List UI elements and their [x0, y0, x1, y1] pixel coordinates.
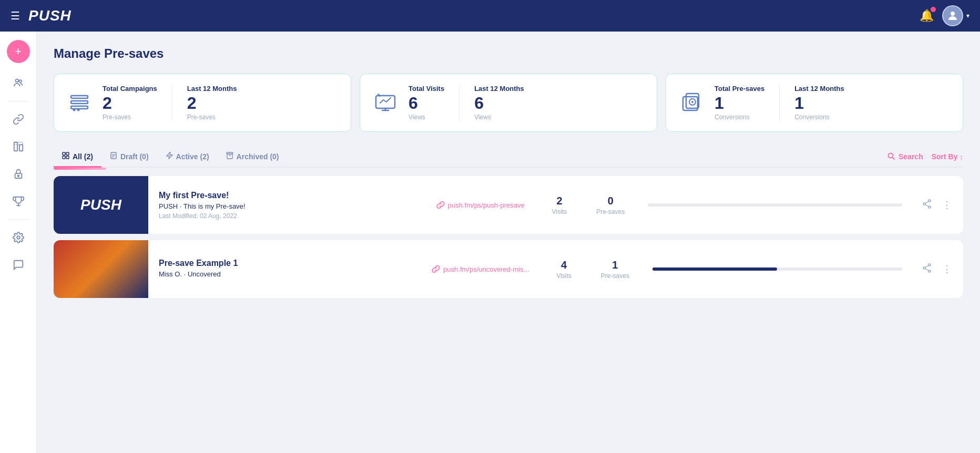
presaves-icon: [679, 85, 704, 121]
svg-rect-22: [66, 152, 69, 155]
more-options-button[interactable]: ⋮: [939, 260, 955, 278]
campaigns-12m-label: Last 12 Months: [187, 85, 237, 92]
sidebar-item-lock[interactable]: [7, 162, 30, 186]
campaign-item: PUSH My first Pre-save! PUSH · This is m…: [54, 176, 963, 234]
campaign-presaves-num: 1: [601, 259, 629, 271]
search-button[interactable]: Search: [887, 152, 923, 162]
tab-draft[interactable]: Draft (0): [101, 147, 157, 168]
presaves-12m-sub: Conversions: [794, 114, 844, 121]
campaigns-icon: [67, 85, 92, 121]
sidebar-item-audience[interactable]: [7, 71, 30, 95]
campaign-actions: ⋮: [911, 260, 963, 279]
avatar: [942, 5, 963, 26]
sidebar-item-analytics[interactable]: [7, 135, 30, 158]
page-title: Manage Pre-saves: [54, 46, 963, 61]
campaign-info: Pre-save Example 1 Miss O. · Uncovered: [148, 250, 419, 289]
svg-rect-6: [15, 173, 22, 178]
logo: PUSH: [28, 7, 72, 24]
add-button[interactable]: +: [7, 40, 30, 63]
campaign-presaves-num: 0: [596, 195, 625, 207]
stats-card-presaves: Total Pre-saves 1 Conversions Last 12 Mo…: [666, 74, 963, 132]
archive-icon: [226, 152, 233, 161]
stats-card-visits: Total Visits 6 Views Last 12 Months 6 Vi…: [360, 74, 657, 132]
campaign-progress-bar-bg: [648, 203, 902, 207]
visits-12m-number: 6: [474, 95, 524, 111]
svg-rect-24: [66, 156, 69, 159]
campaigns-12m-sub: Pre-saves: [187, 114, 237, 121]
grid-icon: [62, 152, 69, 161]
sidebar-divider-2: [8, 219, 29, 220]
campaign-visits-num: 2: [552, 195, 567, 207]
svg-rect-23: [63, 156, 65, 159]
svg-point-2: [19, 80, 22, 83]
svg-point-8: [17, 236, 20, 239]
campaign-name[interactable]: My first Pre-save!: [159, 191, 413, 200]
tab-active-indicator: [54, 168, 106, 170]
campaign-link-text: push.fm/ps/uncovered-mis...: [443, 265, 529, 273]
campaign-presaves-stat: 0 Pre-saves: [581, 195, 639, 215]
search-label: Search: [899, 152, 923, 161]
sidebar-item-chat[interactable]: [7, 253, 30, 276]
visits-total-label: Total Visits: [409, 85, 444, 92]
campaign-presaves-stat: 1 Pre-saves: [586, 259, 644, 280]
search-icon: [887, 152, 895, 162]
campaign-progress-bar-col: [639, 203, 911, 207]
svg-point-13: [77, 108, 80, 111]
bolt-icon: [166, 152, 173, 161]
stats-card-campaigns: Total Campaigns 2 Pre-saves Last 12 Mont…: [54, 74, 351, 132]
svg-rect-14: [376, 96, 395, 108]
share-button[interactable]: [919, 260, 935, 279]
sidebar-item-trophy[interactable]: [7, 190, 30, 213]
tab-archived-label: Archived (0): [237, 152, 279, 161]
tab-active[interactable]: Active (2): [157, 147, 218, 168]
sort-button[interactable]: Sort By ↕: [932, 152, 963, 161]
presaves-12m-number: 1: [794, 95, 844, 111]
svg-point-0: [951, 12, 955, 16]
visits-total-number: 6: [409, 95, 444, 111]
campaign-visits-label: Visits: [556, 272, 571, 280]
campaigns-12m-number: 2: [187, 95, 237, 111]
campaign-description: PUSH · This is my Pre-save!: [159, 202, 413, 210]
tab-all-label: All (2): [73, 152, 93, 161]
svg-rect-3: [14, 142, 17, 151]
sidebar-item-links[interactable]: [7, 108, 30, 131]
campaign-visits-stat: 4 Visits: [542, 259, 586, 280]
presaves-12m-label: Last 12 Months: [794, 85, 844, 92]
presaves-total-label: Total Pre-saves: [714, 85, 764, 92]
campaign-presaves-label: Pre-saves: [601, 272, 629, 280]
svg-line-37: [925, 201, 928, 203]
tab-draft-label: Draft (0): [120, 152, 149, 161]
svg-rect-5: [14, 142, 23, 145]
share-button[interactable]: [919, 196, 935, 214]
campaign-link-text: push.fm/ps/push-presave: [448, 201, 525, 209]
user-avatar-menu[interactable]: ▾: [942, 5, 969, 26]
campaigns-total-number: 2: [103, 95, 157, 111]
campaign-item: Pre-save Example 1 Miss O. · Uncovered p…: [54, 240, 963, 298]
sidebar-item-settings[interactable]: [7, 226, 30, 249]
campaign-progress-bar-col: [644, 267, 911, 271]
main-content: Manage Pre-saves Total Campaigns: [37, 32, 980, 453]
campaign-link[interactable]: push.fm/ps/uncovered-mis...: [419, 265, 542, 273]
campaign-thumbnail: [54, 240, 148, 298]
campaign-visits-label: Visits: [552, 208, 567, 215]
svg-point-40: [928, 270, 931, 272]
sort-label: Sort By: [932, 152, 958, 161]
tab-active-label: Active (2): [176, 152, 209, 161]
tab-indicator-row: [54, 168, 963, 170]
campaign-link[interactable]: push.fm/ps/push-presave: [424, 201, 537, 209]
more-options-button[interactable]: ⋮: [939, 196, 955, 214]
svg-point-39: [928, 264, 931, 266]
tab-archived[interactable]: Archived (0): [218, 147, 288, 168]
campaign-presaves-label: Pre-saves: [596, 208, 625, 215]
visits-12m-sub: Views: [474, 114, 524, 121]
campaign-name[interactable]: Pre-save Example 1: [159, 259, 409, 268]
svg-rect-11: [71, 106, 88, 109]
hamburger-menu-icon[interactable]: ☰: [11, 9, 20, 22]
campaign-visits-num: 4: [556, 259, 571, 271]
notifications-button[interactable]: 🔔: [920, 9, 934, 23]
sidebar-divider-1: [8, 101, 29, 101]
tabs-bar: All (2) Draft (0): [54, 147, 963, 168]
tab-all[interactable]: All (2): [54, 147, 101, 168]
campaign-description: Miss O. · Uncovered: [159, 270, 409, 278]
svg-line-38: [925, 204, 928, 207]
